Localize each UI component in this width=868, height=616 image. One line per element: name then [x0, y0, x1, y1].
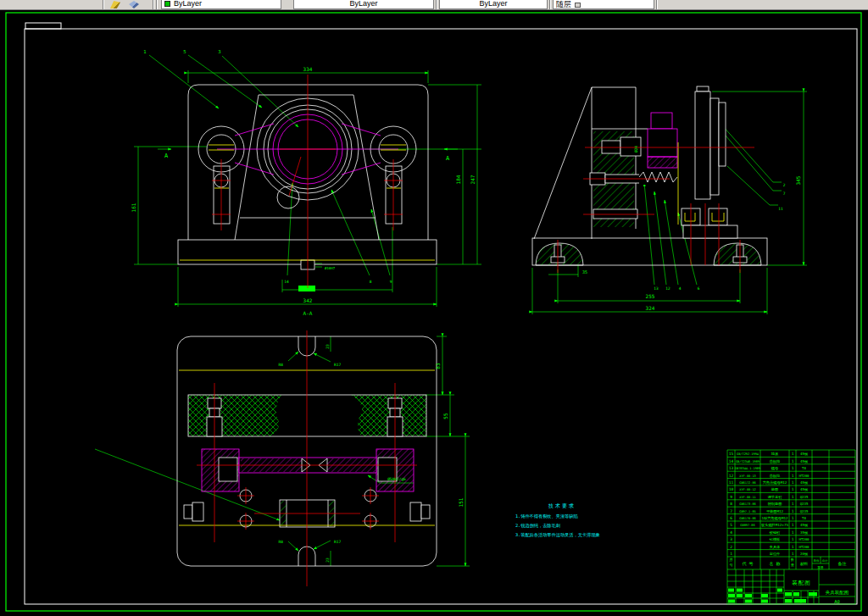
bom-code: GB97.1-85	[739, 510, 755, 513]
cad-drawing[interactable]: 334184247161342A-AAA1531489Ø10H734525532…	[0, 10, 868, 616]
linetype-combo[interactable]: ByLayer	[293, 0, 434, 9]
bom-pos: 1	[730, 552, 732, 556]
lineweight-combo-value: ByLayer	[440, 0, 547, 8]
bom-material: 45钢	[800, 459, 808, 463]
dim-label: 9	[390, 280, 392, 284]
bom-code: XYF-00-12	[739, 488, 755, 491]
dim-label: 55	[442, 413, 448, 419]
toolbar: ByLayer ByLayer ByLayer 随层	[0, 0, 868, 10]
lineweight-combo[interactable]: ByLayer	[439, 0, 548, 9]
bom-header: 备注	[838, 561, 847, 566]
bom-qty: 1	[792, 509, 794, 513]
color-swatch-green	[164, 1, 170, 7]
bom-pos: 7	[730, 509, 732, 513]
bom-pos: 10	[729, 487, 734, 491]
bom-material: HT200	[798, 537, 810, 541]
bom-header: 重量	[818, 565, 825, 569]
bom-qty: 1	[792, 452, 794, 456]
bom-name: 曲柄轴	[770, 459, 781, 464]
bom-material: Q235	[800, 509, 809, 513]
dim-label: 324	[646, 305, 655, 311]
plotstyle-combo-value: 随层	[554, 0, 654, 9]
layers-icon[interactable]	[129, 1, 139, 8]
color-combo[interactable]: ByLayer	[161, 0, 281, 9]
dim-label: 247	[470, 175, 476, 184]
note-line: 2.锐边倒钝，去除毛刺	[515, 523, 560, 529]
dim-label: A-A	[303, 310, 313, 316]
bom-qty: 1	[792, 480, 794, 485]
toolbar-separator	[156, 0, 158, 9]
dim-label: 342	[303, 297, 313, 303]
dim-label: 35	[582, 269, 587, 275]
bom-code: GB78344.1-1989	[735, 467, 760, 470]
toolbar-separator	[103, 0, 104, 9]
sheet-size: A0	[834, 599, 840, 604]
bom-name: 1型六角螺母M12	[761, 516, 788, 520]
bom-material: 45钢	[800, 523, 808, 527]
dim-label: 23	[326, 558, 330, 563]
color-combo-value: ByLayer	[162, 0, 281, 8]
bom-name: 夹具体	[770, 545, 781, 549]
bom-header: 量	[791, 563, 794, 567]
dim-label: A	[164, 153, 169, 159]
bom-qty: 1	[792, 502, 794, 506]
bom-name: 定位件	[770, 552, 781, 556]
bom-header: 号	[730, 563, 733, 567]
drawing-canvas-area[interactable]: 334184247161342A-AAA1531489Ø10H734525532…	[0, 10, 868, 616]
bom-qty: 1	[792, 530, 794, 535]
bom-header: 代 号	[742, 561, 753, 566]
bom-material: 45钢	[800, 487, 808, 491]
bom-pos: 12	[729, 474, 734, 478]
plotstyle-box-icon	[575, 3, 581, 8]
bom-qty: 1	[792, 466, 794, 470]
dim-label: 345	[795, 175, 801, 185]
sheet-name: 夹具装配图	[826, 590, 849, 596]
bom-pos: 4	[730, 530, 732, 535]
side-view	[532, 86, 807, 314]
bom-name: 调节支钉	[768, 495, 783, 499]
toolbar-separator	[436, 0, 437, 9]
bom-material: 45钢	[800, 452, 808, 456]
bom-header: 总计	[821, 559, 829, 563]
dim-label: 161	[131, 203, 136, 212]
bom-code: GB/T2346-1989	[736, 460, 760, 463]
drawing-type: 装配图	[792, 580, 811, 586]
bom-material: 45钢	[800, 480, 808, 485]
pencil-icon[interactable]	[110, 1, 120, 8]
dim-label: 11	[778, 207, 783, 211]
toolbar-separator	[656, 0, 658, 9]
dim-label: 7	[783, 191, 786, 196]
bom-code: GB6172-86	[739, 481, 755, 485]
bom-name: 螺母	[771, 466, 779, 470]
bom-qty: 1	[792, 487, 794, 491]
dim-label: R8	[279, 363, 284, 367]
dim-label: 151	[458, 497, 464, 507]
bom-material: 20钢	[800, 552, 808, 556]
dim-label: 13	[654, 286, 659, 291]
dim-label: 8	[370, 280, 372, 284]
bom-header: 材料	[799, 562, 809, 567]
bom-qty: 1	[792, 552, 794, 556]
note-line: 3.装配后各活动零件运动灵活，无卡滞现象	[515, 532, 600, 538]
bom-material: HT200	[798, 545, 810, 549]
bom-code: GB/T292-1994	[737, 452, 759, 456]
bom-pos: 8	[730, 502, 732, 506]
bom-code: GB6170-86	[739, 517, 755, 520]
bom-name: 曲柄轮	[770, 474, 781, 479]
dim-label: 23	[326, 344, 330, 349]
linetype-combo-value: ByLayer	[294, 0, 433, 8]
bom-pos: 2	[730, 545, 732, 549]
bom-code: XYF-00-13	[739, 474, 755, 478]
bom-name: 特制垫圈	[768, 502, 782, 507]
bom-pos: 5	[730, 523, 732, 527]
bom-header: 数	[791, 558, 794, 562]
bom-qty: 1	[792, 545, 794, 549]
dim-label: Ø50H7/g6	[387, 477, 406, 481]
dim-label: 1	[143, 49, 146, 54]
plotstyle-combo[interactable]: 随层	[553, 0, 654, 9]
bom-code: GB6173-86	[739, 502, 755, 506]
dim-label: Ø24	[634, 146, 638, 153]
bom-header: 单件	[814, 559, 821, 563]
bom-pos: 15	[729, 452, 734, 456]
bom-header: 名 称	[769, 561, 780, 566]
